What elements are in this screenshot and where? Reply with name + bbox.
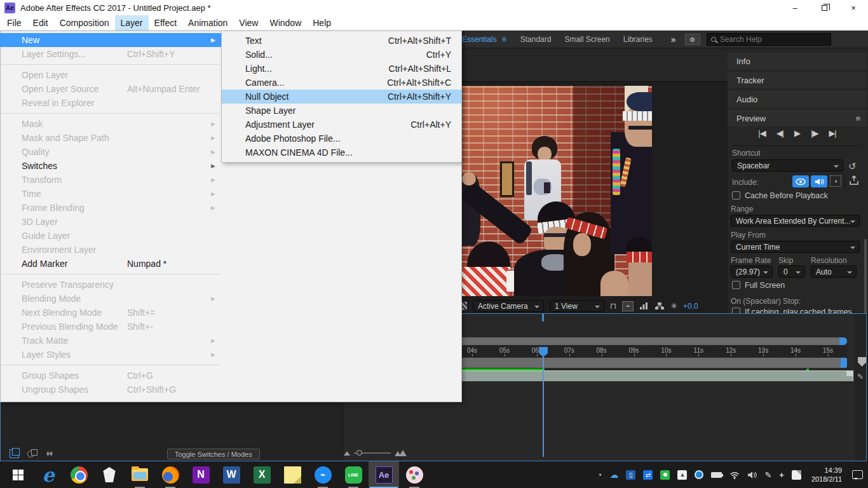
move-tray-icon[interactable]: + [779, 470, 784, 480]
expand-layer-switches-icon[interactable] [10, 449, 19, 458]
menu-item-shape-layer[interactable]: Shape Layer [222, 104, 461, 118]
workspace-overflow-chevron[interactable]: » [666, 34, 685, 44]
fast-previews-icon[interactable]: ⌁ [622, 301, 634, 311]
exposure-value[interactable]: +0.0 [683, 302, 698, 311]
menu-item-open-layer[interactable]: Open Layer [0, 68, 221, 82]
menu-item-text[interactable]: TextCtrl+Alt+Shift+T [222, 34, 461, 48]
menu-item-maxon-cinema-4d-file[interactable]: MAXON CINEMA 4D File... [222, 146, 461, 159]
taskbar-line-icon[interactable]: LINE [338, 461, 369, 488]
blue-app-tray-icon[interactable]: ▯ [626, 470, 635, 480]
taskbar-paint-icon[interactable] [399, 461, 430, 488]
wifi-icon[interactable] [729, 471, 740, 479]
menu-item-environment-layer[interactable]: Environment Layer [0, 243, 221, 257]
panel-tab-audio[interactable]: Audio [728, 91, 867, 107]
menu-item-add-marker[interactable]: Add MarkerNumpad * [0, 257, 221, 271]
workspace-menu-icon[interactable]: ≡ [502, 35, 520, 44]
first-frame-button[interactable]: |◀ [758, 128, 765, 138]
panel-tab-tracker[interactable]: Tracker [728, 72, 867, 88]
pixel-aspect-icon[interactable] [639, 302, 649, 310]
menubar-item-window[interactable]: Window [264, 15, 307, 30]
menubar-item-view[interactable]: View [233, 15, 264, 30]
resolution-select[interactable]: Auto [811, 266, 857, 278]
comp-marker-bin-icon[interactable] [858, 357, 866, 367]
view-layout-icon[interactable]: ⊓ [610, 301, 616, 311]
backup-tray-icon[interactable] [695, 470, 703, 479]
view-layout-select[interactable]: 1 View [550, 300, 604, 312]
play-button[interactable]: ▶ [794, 128, 800, 138]
menu-item-layer-styles[interactable]: Layer Styles▶ [0, 348, 221, 362]
next-frame-button[interactable]: |▶ [811, 128, 818, 138]
if-caching-checkbox[interactable] [732, 308, 740, 313]
menu-item-blending-mode[interactable]: Blending Mode▶ [0, 292, 221, 306]
zoom-slider[interactable] [354, 452, 391, 454]
menu-item-switches[interactable]: Switches▶ [0, 159, 221, 173]
line-tray-icon[interactable] [660, 470, 670, 480]
taskbar-after-effects-icon[interactable]: Ae [369, 461, 399, 488]
workspace-tab-essentials[interactable]: Essentials [462, 35, 502, 44]
menubar-item-help[interactable]: Help [307, 15, 337, 30]
taskbar-start-button[interactable] [3, 461, 33, 488]
zoom-in-icon[interactable] [395, 450, 407, 456]
menu-item-guide-layer[interactable]: Guide Layer [0, 229, 221, 243]
search-help-box[interactable] [707, 33, 831, 46]
taskbar-foobar-icon[interactable] [94, 461, 125, 488]
taskbar-edge-icon[interactable]: e [33, 461, 64, 488]
share-icon[interactable] [849, 175, 859, 186]
menu-item-transform[interactable]: Transform▶ [0, 173, 221, 187]
menu-item-adjustment-layer[interactable]: Adjustment LayerCtrl+Alt+Y [222, 118, 461, 132]
workspace-settings-icon[interactable]: ⚙ [685, 34, 700, 45]
mini-flowchart-icon[interactable] [654, 302, 665, 310]
play-from-select[interactable]: Current Time [731, 241, 860, 253]
menu-item-next-blending-mode[interactable]: Next Blending ModeShift+= [0, 306, 221, 320]
menu-item-reveal-in-explorer[interactable]: Reveal in Explorer [0, 96, 221, 110]
menu-item-track-matte[interactable]: Track Matte▶ [0, 334, 221, 348]
menubar-item-animation[interactable]: Animation [182, 15, 233, 30]
camera-view-select[interactable]: Active Camera [473, 300, 544, 312]
panel-tab-info[interactable]: Info [728, 53, 867, 69]
expand-transfer-controls-icon[interactable] [27, 449, 37, 458]
preview-panel-menu-icon[interactable]: ≡ [855, 114, 860, 123]
ime-tray-icon[interactable] [792, 470, 801, 480]
menu-item-mask[interactable]: Mask▶ [0, 117, 221, 131]
restore-button[interactable] [810, 0, 839, 15]
shutter-icon[interactable]: ✳ [670, 301, 677, 311]
panel-tab-preview[interactable]: Preview ≡ [728, 110, 867, 126]
menu-item-previous-blending-mode[interactable]: Previous Blending ModeShift+- [0, 320, 221, 334]
onedrive-tray-icon[interactable]: ☁ [609, 470, 618, 480]
zoom-slider-knob[interactable] [356, 450, 362, 456]
expand-in-out-icon[interactable] [45, 449, 55, 458]
menubar-item-composition[interactable]: Composition [54, 15, 115, 30]
zoom-out-icon[interactable] [344, 451, 350, 456]
last-frame-button[interactable]: ▶| [829, 128, 836, 138]
range-select[interactable]: Work Area Extended By Current... [731, 215, 860, 227]
menu-item-3d-layer[interactable]: 3D Layer [0, 215, 221, 229]
taskbar-excel-icon[interactable]: X [247, 461, 277, 488]
include-video-eye-icon[interactable] [792, 175, 809, 187]
close-button[interactable]: × [839, 0, 868, 15]
menu-item-preserve-transparency[interactable]: Preserve Transparency [0, 278, 221, 292]
minimize-button[interactable]: – [780, 0, 810, 15]
menu-item-mask-and-shape-path[interactable]: Mask and Shape Path▶ [0, 131, 221, 145]
taskbar-chrome-icon[interactable] [64, 461, 94, 488]
menubar-item-layer[interactable]: Layer [115, 15, 149, 30]
include-audio-speaker-icon[interactable] [811, 175, 827, 187]
shortcut-select[interactable]: Spacebar [732, 159, 843, 172]
menu-item-group-shapes[interactable]: Group ShapesCtrl+G [0, 369, 221, 383]
menubar-item-file[interactable]: File [1, 15, 27, 30]
taskbar-word-icon[interactable]: W [216, 461, 247, 488]
taskbar-firefox-icon[interactable] [155, 461, 186, 488]
reset-icon[interactable]: ↺ [848, 161, 857, 172]
menu-item-null-object[interactable]: Null ObjectCtrl+Alt+Shift+Y [222, 90, 461, 104]
workspace-tab-standard[interactable]: Standard [520, 35, 565, 44]
menu-item-adobe-photoshop-file[interactable]: Adobe Photoshop File... [222, 132, 461, 146]
workspace-tab-libraries[interactable]: Libraries [623, 35, 666, 44]
toggle-switches-modes-button[interactable]: Toggle Switches / Modes [167, 449, 260, 459]
battery-icon[interactable] [711, 472, 722, 478]
menu-item-ungroup-shapes[interactable]: Ungroup ShapesCtrl+Shift+G [0, 383, 221, 396]
workspace-tab-small-screen[interactable]: Small Screen [564, 35, 623, 44]
menu-item-quality[interactable]: Quality▶ [0, 145, 221, 159]
taskbar-sticky-notes-icon[interactable] [277, 461, 308, 488]
menu-item-light[interactable]: Light...Ctrl+Alt+Shift+L [222, 62, 461, 76]
google-drive-tray-icon[interactable]: ▲ [677, 470, 687, 480]
comp-marker-icon[interactable]: ✎ [857, 372, 864, 381]
